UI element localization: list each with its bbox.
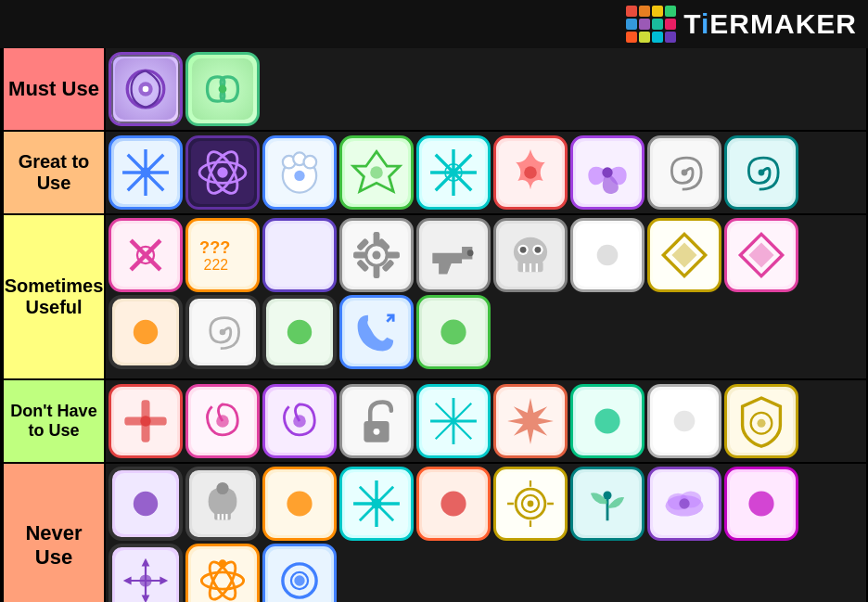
list-item[interactable]: ???222 — [185, 218, 260, 292]
svg-marker-57 — [671, 242, 696, 267]
list-item[interactable] — [339, 467, 414, 541]
tier-label-must-use: Must Use — [4, 48, 106, 130]
svg-point-27 — [682, 170, 688, 176]
svg-point-80 — [757, 419, 765, 428]
tier-items-must-use — [106, 48, 866, 130]
tier-label-sometimes: Sometimes Useful — [4, 215, 106, 378]
tier-label-great-use: Great to Use — [4, 132, 106, 213]
svg-point-61 — [220, 329, 226, 336]
list-item[interactable] — [108, 467, 183, 541]
list-item[interactable] — [416, 135, 491, 210]
svg-point-118 — [218, 559, 226, 568]
svg-point-102 — [603, 491, 611, 499]
list-item[interactable] — [108, 52, 183, 126]
svg-point-51 — [535, 247, 542, 253]
svg-marker-111 — [142, 595, 150, 602]
list-item[interactable] — [262, 295, 337, 369]
list-item[interactable] — [724, 218, 798, 292]
svg-point-28 — [759, 170, 765, 176]
list-item[interactable] — [185, 467, 260, 541]
svg-point-81 — [134, 492, 158, 516]
svg-point-55 — [597, 245, 619, 266]
list-item[interactable] — [185, 295, 260, 369]
tier-row-sometimes: Sometimes Useful ???222 — [4, 215, 866, 380]
list-item[interactable] — [647, 467, 721, 541]
list-item[interactable] — [416, 295, 491, 369]
list-item[interactable] — [262, 544, 337, 602]
list-item[interactable] — [570, 218, 645, 292]
svg-point-25 — [524, 166, 537, 179]
list-item[interactable] — [493, 218, 568, 292]
svg-point-77 — [594, 408, 619, 433]
list-item[interactable] — [570, 384, 645, 458]
svg-point-67 — [140, 416, 150, 426]
svg-point-107 — [748, 491, 773, 516]
list-item[interactable] — [416, 467, 491, 541]
list-item[interactable] — [108, 135, 183, 210]
list-item[interactable] — [108, 384, 183, 458]
tiermaker-text: TiERMAKER — [683, 8, 857, 40]
list-item[interactable] — [108, 295, 183, 369]
list-item[interactable] — [339, 384, 414, 458]
svg-point-68 — [216, 415, 229, 428]
list-item[interactable] — [262, 384, 337, 458]
svg-point-87 — [287, 491, 312, 516]
list-item[interactable] — [339, 218, 414, 292]
svg-point-36 — [372, 250, 380, 259]
list-item[interactable] — [262, 135, 337, 210]
list-item[interactable] — [262, 218, 337, 292]
svg-point-45 — [467, 250, 474, 256]
svg-point-64 — [440, 319, 466, 344]
logo-cell — [626, 6, 637, 17]
logo-cell — [665, 19, 676, 30]
svg-point-78 — [674, 411, 696, 432]
svg-marker-113 — [160, 577, 168, 585]
list-item[interactable] — [724, 467, 798, 541]
list-item[interactable] — [108, 218, 183, 292]
svg-point-62 — [287, 320, 312, 344]
list-item[interactable] — [647, 218, 721, 292]
svg-point-8 — [140, 167, 150, 177]
svg-rect-38 — [374, 265, 380, 278]
svg-rect-39 — [353, 252, 366, 259]
list-item[interactable] — [493, 467, 568, 541]
svg-point-115 — [201, 572, 243, 589]
svg-point-93 — [440, 491, 466, 516]
list-item[interactable] — [262, 467, 337, 541]
logo-cell — [626, 32, 637, 43]
list-item[interactable] — [416, 218, 491, 292]
tier-label-dont-use: Don't Have to Use — [4, 380, 106, 462]
list-item[interactable] — [339, 295, 414, 369]
svg-point-12 — [217, 167, 227, 177]
header: TiERMAKER — [0, 0, 868, 48]
svg-point-18 — [370, 166, 383, 179]
svg-text:???: ??? — [199, 238, 230, 257]
list-item[interactable] — [570, 135, 645, 210]
list-item[interactable] — [570, 467, 645, 541]
list-item[interactable] — [724, 135, 798, 210]
tier-row-must-use: Must Use — [4, 48, 866, 132]
svg-point-96 — [528, 501, 534, 507]
list-item[interactable] — [185, 135, 260, 210]
list-item[interactable] — [108, 544, 183, 602]
list-item[interactable] — [647, 384, 721, 458]
logo-grid — [626, 6, 676, 43]
list-item[interactable] — [185, 384, 260, 458]
list-item[interactable] — [493, 384, 568, 458]
list-item[interactable] — [185, 52, 260, 126]
list-item[interactable] — [493, 135, 568, 210]
svg-point-114 — [139, 574, 151, 586]
logo-cell — [652, 32, 663, 43]
svg-point-121 — [294, 575, 304, 585]
list-item[interactable] — [724, 384, 798, 458]
list-item[interactable] — [339, 135, 414, 210]
svg-point-16 — [304, 156, 317, 169]
list-item[interactable] — [185, 544, 260, 602]
tier-items-great-use — [106, 132, 866, 213]
svg-text:222: 222 — [204, 257, 229, 273]
svg-point-26 — [602, 167, 612, 177]
svg-point-3 — [219, 85, 227, 94]
svg-marker-59 — [748, 242, 773, 267]
list-item[interactable] — [416, 384, 491, 458]
list-item[interactable] — [647, 135, 721, 210]
